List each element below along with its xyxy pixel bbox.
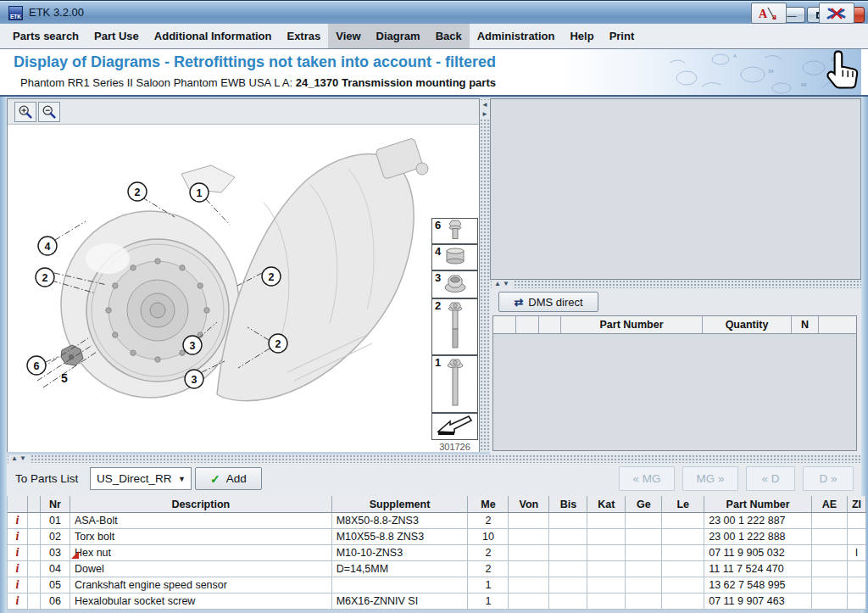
dms-direct-button[interactable]: ⇄ DMS direct [498, 292, 598, 312]
dms-col-blank[interactable] [493, 316, 516, 334]
diagram-panel: 2142232365 64321 301726 [7, 98, 480, 452]
right-horizontal-splitter[interactable]: ▲▼ [490, 280, 861, 288]
dms-col-part-number[interactable]: Part Number [561, 316, 703, 334]
diagram-canvas[interactable]: 2142232365 64321 301726 [8, 125, 479, 452]
cell-ae [812, 529, 848, 545]
callout-1[interactable]: 1 [190, 183, 209, 202]
change-marker-icon [71, 551, 79, 559]
info-icon[interactable]: i [16, 530, 19, 543]
bottom-horizontal-splitter[interactable]: ▲▼ [7, 454, 861, 463]
menu-additional-information[interactable]: Additional Information [147, 24, 280, 48]
menu-back[interactable]: Back [428, 24, 470, 48]
vertical-splitter[interactable]: ◄ ► [480, 98, 490, 452]
menu-administration[interactable]: Administration [470, 24, 563, 48]
info-icon[interactable]: i [16, 546, 19, 560]
menu-help[interactable]: Help [562, 24, 601, 48]
thumbnail-part-6[interactable]: 6 [431, 218, 478, 244]
collapse-down-icon[interactable]: ▼ [19, 454, 28, 462]
transfer-icon: ⇄ [514, 296, 523, 309]
col-header-ge[interactable]: Ge [626, 496, 662, 513]
window-title: ETK 3.2.00 [29, 1, 84, 25]
callout-3[interactable]: 3 [185, 370, 203, 388]
nav-button-d-prev[interactable]: « D [746, 466, 795, 491]
col-header-nr[interactable]: Nr [41, 496, 70, 513]
info-icon[interactable]: i [16, 514, 19, 527]
thumbnail-part-1[interactable]: 1 [431, 355, 478, 413]
dms-direct-label: DMS direct [528, 296, 582, 309]
part-row-01[interactable]: i01ASA-BoltM8X50-8.8-ZNS3223 00 1 222 88… [8, 513, 866, 529]
part-row-05[interactable]: i05Crankshaft engine speed sensor113 62 … [8, 577, 866, 593]
menu-part-use[interactable]: Part Use [86, 24, 147, 48]
info-icon[interactable]: i [16, 562, 19, 576]
zoom-out-button[interactable] [38, 102, 60, 122]
svg-text:66: 66 [801, 82, 807, 87]
cell-info: i [8, 529, 28, 545]
callout-2[interactable]: 2 [269, 334, 287, 353]
page-header: A346612 Display of Diagrams - Retrofitti… [0, 49, 868, 97]
cell-zi [848, 593, 866, 610]
nav-button-d-next[interactable]: D » [803, 466, 854, 491]
menu-diagram[interactable]: Diagram [369, 24, 428, 48]
col-header-supplement[interactable]: Supplement [332, 496, 469, 513]
menu-print[interactable]: Print [602, 24, 643, 48]
svg-text:2: 2 [275, 338, 281, 350]
col-header-blank[interactable] [28, 496, 41, 513]
info-icon[interactable]: i [16, 594, 19, 608]
part-row-02[interactable]: i02Torx boltM10X55-8.8 ZNS31023 00 1 222… [8, 529, 866, 545]
text-scale-button[interactable]: A a [751, 3, 787, 24]
col-header-zi[interactable]: ZI [848, 496, 866, 513]
zoom-in-button[interactable] [14, 102, 36, 122]
callout-3[interactable]: 3 [183, 336, 202, 354]
cell-info: i [8, 513, 28, 529]
collapse-up-icon[interactable]: ▲ [11, 454, 19, 462]
thumbnail-part-2[interactable]: 2 [431, 298, 478, 355]
callout-2[interactable]: 2 [36, 268, 54, 287]
collapse-right-icon[interactable]: ► [480, 109, 490, 119]
col-header-le[interactable]: Le [662, 496, 704, 513]
callout-5-label[interactable]: 5 [61, 371, 68, 385]
title-bar[interactable]: ETK ETK 3.2.00 — ✕ [0, 0, 868, 24]
dms-col-quantity[interactable]: Quantity [703, 316, 792, 334]
part-row-04[interactable]: i04DowelD=14,5MM211 11 7 524 470 [8, 561, 866, 577]
callout-2[interactable]: 2 [128, 182, 147, 201]
cell-ge [626, 529, 662, 545]
col-header-me[interactable]: Me [468, 496, 509, 513]
callout-4[interactable]: 4 [38, 237, 57, 255]
collapse-down-icon[interactable]: ▼ [503, 280, 511, 287]
menu-parts-search[interactable]: Parts search [5, 24, 86, 48]
info-icon[interactable]: i [16, 578, 19, 592]
add-button[interactable]: ✓ Add [195, 467, 262, 490]
thumbnail-part-3[interactable]: 3 [431, 270, 478, 298]
cell-le [662, 545, 704, 561]
menu-view[interactable]: View [328, 24, 368, 48]
nav-button-mg-prev[interactable]: « MG [619, 466, 675, 491]
col-header-blank[interactable] [8, 496, 28, 513]
parts-list-dropdown[interactable]: US_Direct_RR ▼ [90, 467, 192, 490]
dms-col-n[interactable]: N [792, 316, 819, 334]
collapse-up-icon[interactable]: ▲ [494, 280, 503, 287]
col-header-part-number[interactable]: Part Number [704, 496, 812, 513]
menu-extras[interactable]: Extras [279, 24, 328, 48]
col-header-bis[interactable]: Bis [549, 496, 587, 513]
col-header-description[interactable]: Description [70, 496, 332, 513]
sleeve-icon [444, 246, 466, 270]
etk-application-window: ETK ETK 3.2.00 — ✕ Parts searchPart UseA… [0, 0, 868, 613]
workshop-disabled-button[interactable] [819, 3, 854, 24]
callout-6[interactable]: 6 [27, 356, 46, 375]
dms-col-blank[interactable] [516, 316, 539, 334]
dms-col-blank[interactable] [539, 316, 561, 334]
part-row-06[interactable]: i06Hexalobular socket screwM6X16-ZNNIV S… [8, 593, 866, 610]
cell-flag [28, 529, 41, 545]
page-arrow-box[interactable] [431, 413, 478, 440]
nav-button-mg-next[interactable]: MG » [682, 466, 738, 491]
callout-2[interactable]: 2 [262, 267, 281, 286]
to-parts-list-label: To Parts List [15, 472, 78, 485]
col-header-von[interactable]: Von [509, 496, 549, 513]
collapse-left-icon[interactable]: ◄ [480, 100, 490, 109]
col-header-kat[interactable]: Kat [587, 496, 626, 513]
col-header-ae[interactable]: AE [812, 496, 848, 513]
cell-zi [848, 513, 866, 529]
cell-nr: 06 [41, 593, 70, 610]
part-row-03[interactable]: i03Hex nutM10-10-ZNS3207 11 9 905 032I [8, 545, 866, 561]
thumbnail-part-4[interactable]: 4 [431, 244, 478, 270]
